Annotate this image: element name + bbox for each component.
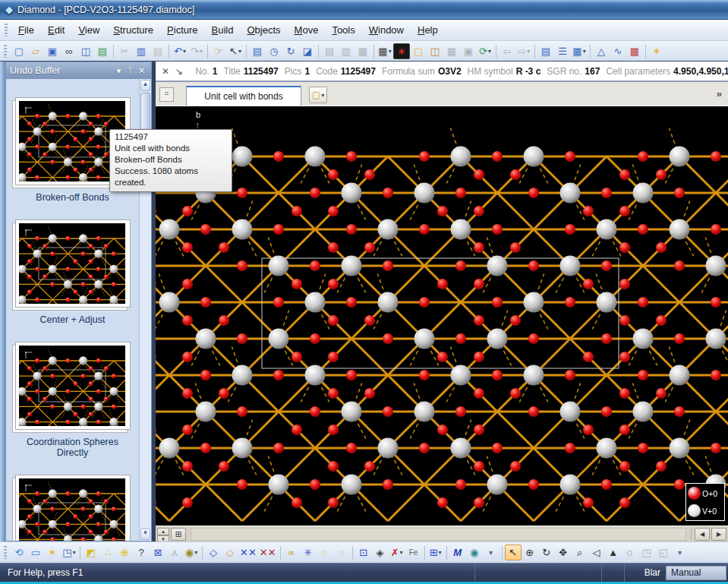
perspective-button[interactable]: ▲ xyxy=(605,545,622,560)
recent-view-button[interactable]: ◷ xyxy=(266,43,282,59)
structure-canvas[interactable]: b ↑ c O+0V+0 xyxy=(156,106,728,526)
menu-help[interactable]: Help xyxy=(411,21,445,39)
chevron-down-icon[interactable]: ▾ xyxy=(527,48,530,55)
view-direction-button[interactable]: ◁ xyxy=(588,545,605,560)
chevron-down-icon[interactable]: ▾ xyxy=(439,549,442,556)
blank-pane-button[interactable]: ◪ xyxy=(299,43,316,59)
chevron-down-icon[interactable]: ▾ xyxy=(183,48,186,55)
sphere-mode-button[interactable]: ◉ xyxy=(466,545,483,560)
pointer-button[interactable]: ↖▾ xyxy=(227,43,244,59)
distance-histogram-button[interactable]: △ xyxy=(593,43,610,59)
powder-pattern-button[interactable]: ∿ xyxy=(610,43,626,59)
select-mode-button[interactable]: ↖ xyxy=(505,545,522,560)
undo-thumbnail[interactable] xyxy=(15,342,131,430)
pin-icon[interactable]: ⍑ xyxy=(124,66,136,76)
packing-diagram-button[interactable]: ◇ xyxy=(222,545,238,560)
picture-assistant-button[interactable]: ✶ xyxy=(44,545,61,560)
next-picture-icon[interactable]: ▶ xyxy=(711,528,726,541)
connectivity-button[interactable]: ? xyxy=(133,545,150,560)
title-bar[interactable]: ◆ Diamond - [PCD-V2O3-1125497.diamdoc] xyxy=(0,0,728,20)
copy-button[interactable]: ▥ xyxy=(133,43,150,59)
tab-unit-cell-with-bonds[interactable]: Unit cell with bonds xyxy=(186,86,301,106)
chevron-down-icon[interactable]: ▾ xyxy=(200,48,203,55)
disconnect-atoms-button[interactable]: ✕✕ xyxy=(258,545,278,560)
unit-cell-button[interactable]: ⊡ xyxy=(355,545,372,560)
fill-unit-cell-button[interactable]: ✳ xyxy=(300,545,317,560)
undo-thumbnail[interactable] xyxy=(15,475,131,541)
menu-tools[interactable]: Tools xyxy=(325,21,361,39)
copy-picture-button[interactable]: ◫ xyxy=(427,43,443,59)
atom-design-button[interactable]: ◉▾ xyxy=(183,545,200,560)
menu-objects[interactable]: Objects xyxy=(240,21,287,39)
scroll-up-icon[interactable]: ▲ xyxy=(140,80,150,91)
chevron-down-icon[interactable]: ▾ xyxy=(73,549,76,556)
table-mode-icon[interactable]: ⊞ xyxy=(171,528,186,541)
toolbar-bottom-grip[interactable] xyxy=(4,546,7,559)
tab-overflow-button[interactable]: » xyxy=(717,88,722,99)
assistant-wizard-button[interactable]: ✶ xyxy=(648,43,665,59)
add-atoms-button[interactable]: ⊕ xyxy=(116,545,133,560)
toolbar-options-button[interactable]: ▾ xyxy=(483,545,500,560)
menu-window[interactable]: Window xyxy=(362,21,411,39)
chevron-down-icon[interactable]: ▾ xyxy=(238,48,241,55)
scroll-down-icon[interactable]: ▼ xyxy=(140,529,150,540)
shift-mode-button[interactable]: ✥ xyxy=(555,545,572,560)
grow-shell-button[interactable]: ○ xyxy=(317,545,333,560)
table-view-button[interactable]: ▦▾ xyxy=(571,43,588,59)
menu-move[interactable]: Move xyxy=(288,21,326,39)
scene-settings-button[interactable]: ⊞▾ xyxy=(427,545,444,560)
cell-edges-button[interactable]: ◈ xyxy=(372,545,389,560)
m-mode-button[interactable]: M xyxy=(449,545,466,560)
data-sheet-button[interactable]: ▤ xyxy=(249,43,266,59)
picture-history-button[interactable]: ⟳▾ xyxy=(477,43,493,59)
connect-atoms-button[interactable]: ✕✕ xyxy=(238,545,258,560)
grid-layout-button[interactable]: ▦▾ xyxy=(377,43,393,59)
previous-picture-icon[interactable]: ◀ xyxy=(695,528,710,541)
new-picture-button[interactable]: ▢ xyxy=(410,43,427,59)
apply-design-button[interactable]: ▭ xyxy=(27,545,44,560)
menu-build[interactable]: Build xyxy=(205,21,241,39)
goto-icon[interactable]: ↘ xyxy=(175,66,183,77)
build-molecules-button[interactable]: ◇ xyxy=(205,545,222,560)
menu-picture[interactable]: Picture xyxy=(160,21,204,39)
add-bond-button[interactable]: ∝ xyxy=(283,545,300,560)
save-button[interactable]: ▣ xyxy=(44,43,61,59)
list-view-button[interactable]: ☰ xyxy=(554,43,571,59)
pan-hand-button[interactable]: ☞ xyxy=(210,43,227,59)
report-view-button[interactable]: ▤ xyxy=(537,43,554,59)
print-button[interactable]: ▤ xyxy=(94,43,111,59)
chevron-down-icon[interactable]: ▾ xyxy=(583,48,586,55)
render-screen-button[interactable]: ∗ xyxy=(393,43,410,59)
spin-up-icon[interactable]: ▲ xyxy=(157,528,169,535)
chevron-down-icon[interactable]: ▾ xyxy=(113,66,124,76)
menu-structure[interactable]: Structure xyxy=(106,21,160,39)
menu-view[interactable]: View xyxy=(71,21,106,39)
zoom-mode-button[interactable]: ⌕ xyxy=(572,545,588,560)
destroy-atoms-button[interactable]: ◩ xyxy=(83,545,99,560)
undo-button[interactable]: ↶▾ xyxy=(172,43,188,59)
menu-file[interactable]: File xyxy=(11,21,41,39)
chevron-down-icon[interactable]: ▾ xyxy=(321,92,324,99)
update-picture-button[interactable]: ⟲ xyxy=(11,545,27,560)
close-icon[interactable]: ✕ xyxy=(136,66,147,76)
row-spinner[interactable]: ▲ ▼ xyxy=(157,528,169,541)
update-view-button[interactable]: ↻ xyxy=(282,43,299,59)
properties-table-button[interactable]: ▦ xyxy=(626,43,643,59)
undo-item-coordination-spheres-directly[interactable]: Coordination Spheres Directly xyxy=(15,342,131,458)
toolbar-top-grip[interactable] xyxy=(4,45,7,58)
undo-panel-header[interactable]: Undo Buffer ▾ ⍑ ✕ xyxy=(6,62,151,79)
element-symbol-button[interactable]: Fe xyxy=(405,545,422,560)
chevron-down-icon[interactable]: ▾ xyxy=(194,549,197,556)
undo-item-center-adjust[interactable]: Center + Adjust xyxy=(15,219,131,325)
spin-animation-button[interactable]: ◌ xyxy=(622,545,638,560)
add-all-atoms-button[interactable]: ∴ xyxy=(99,545,116,560)
menu-edit[interactable]: Edit xyxy=(41,21,71,39)
chevron-down-icon[interactable]: ▾ xyxy=(488,48,491,55)
chevron-down-icon[interactable]: ▾ xyxy=(400,549,403,556)
open-file-button[interactable]: ▱ xyxy=(27,43,44,59)
print-preview-button[interactable]: ◫ xyxy=(77,43,94,59)
toolbar-options-button-2[interactable]: ▾ xyxy=(672,545,689,560)
new-picture-tab-button[interactable]: ▢ ▾ xyxy=(309,87,327,103)
coordination-polyhedra-button[interactable]: ⊠ xyxy=(150,545,166,560)
new-document-button[interactable]: ▢ xyxy=(11,43,27,59)
